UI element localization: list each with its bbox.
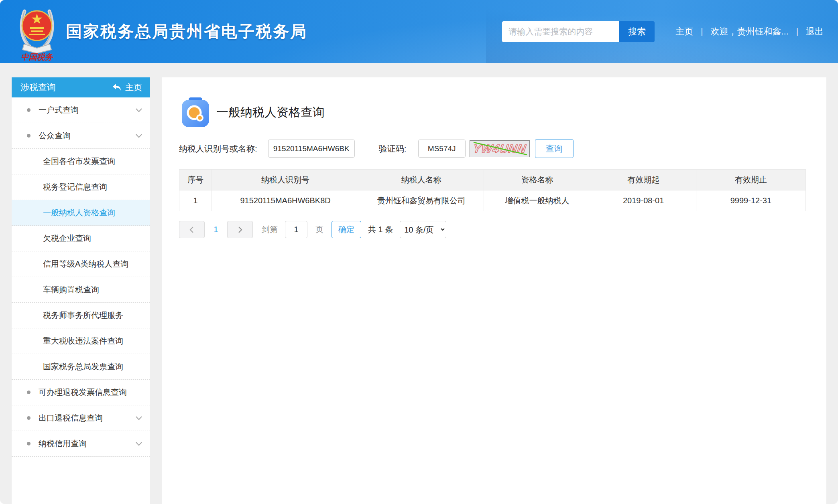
sidebar-item-label: 一般纳税人资格查询 [43, 207, 143, 218]
bullet-icon [27, 391, 31, 394]
main-panel: 一般纳税人资格查询 纳税人识别号或名称: 验证码: YW4UNN 查询 序号纳税… [162, 77, 826, 504]
table-header-row: 序号纳税人识别号纳税人名称资格名称有效期起有效期止 [179, 170, 806, 190]
table-header-cell: 有效期止 [696, 170, 805, 190]
sidebar-home-label: 主页 [125, 82, 142, 93]
results-table: 序号纳税人识别号纳税人名称资格名称有效期起有效期止 191520115MA6HW… [179, 169, 806, 211]
content-area: 涉税查询 主页 一户式查询公众查询全国各省市发票查询税务登记信息查询一般纳税人资… [0, 63, 838, 504]
sidebar-item-label: 欠税企业查询 [43, 233, 143, 244]
goto-page-suffix: 页 [315, 224, 323, 235]
table-cell: 2019-08-01 [591, 190, 696, 211]
header-nav: 主页 | 欢迎，贵州钰和鑫... | 退出 [675, 26, 824, 38]
sidebar-item-label: 出口退税信息查询 [39, 413, 135, 423]
chevron-right-icon [236, 225, 244, 234]
sidebar-item-label: 一户式查询 [39, 105, 135, 115]
sidebar-item-label: 信用等级A类纳税人查询 [43, 259, 143, 269]
sidebar-item[interactable]: 欠税企业查询 [12, 226, 150, 251]
query-app-icon [182, 97, 209, 127]
captcha-label: 验证码: [379, 143, 407, 154]
table-header-cell: 资格名称 [484, 170, 591, 190]
sidebar-item[interactable]: 车辆购置税查询 [12, 277, 150, 303]
back-arrow-icon [112, 83, 122, 92]
prev-page-button[interactable] [179, 221, 205, 238]
nav-separator: | [796, 27, 798, 36]
sidebar-item-label: 税务师事务所代理服务 [43, 310, 143, 321]
sidebar-item[interactable]: 出口退税信息查询 [12, 405, 150, 431]
welcome-text: 欢迎，贵州钰和鑫... [710, 26, 788, 38]
table-cell: 增值税一般纳税人 [484, 190, 591, 211]
sidebar: 涉税查询 主页 一户式查询公众查询全国各省市发票查询税务登记信息查询一般纳税人资… [12, 77, 150, 504]
sidebar-item[interactable]: 信用等级A类纳税人查询 [12, 251, 150, 277]
taxpayer-id-input[interactable] [268, 140, 355, 158]
current-page-number[interactable]: 1 [207, 225, 225, 234]
sidebar-item-label: 税务登记信息查询 [43, 182, 143, 192]
sidebar-item[interactable]: 重大税收违法案件查询 [12, 328, 150, 354]
taxpayer-id-label: 纳税人识别号或名称: [179, 143, 257, 154]
table-header-cell: 纳税人名称 [359, 170, 484, 190]
sidebar-item[interactable]: 公众查询 [12, 123, 150, 149]
sidebar-item[interactable]: 税务师事务所代理服务 [12, 303, 150, 328]
captcha-input[interactable] [418, 140, 466, 158]
next-page-button[interactable] [227, 221, 253, 238]
sidebar-menu: 一户式查询公众查询全国各省市发票查询税务登记信息查询一般纳税人资格查询欠税企业查… [12, 97, 150, 457]
sidebar-item[interactable]: 可办理退税发票信息查询 [12, 380, 150, 405]
table-cell: 91520115MA6HW6BK8D [212, 190, 359, 211]
nav-separator: | [701, 27, 703, 36]
table-cell: 贵州钰和鑫贸易有限公司 [359, 190, 484, 211]
sidebar-item[interactable]: 全国各省市发票查询 [12, 149, 150, 174]
sidebar-item-label: 车辆购置税查询 [43, 284, 143, 295]
site-title: 国家税务总局贵州省电子税务局 [66, 20, 307, 43]
sidebar-item-label: 纳税信用查询 [39, 438, 135, 449]
sidebar-header: 涉税查询 主页 [12, 77, 150, 97]
table-header-cell: 纳税人识别号 [212, 170, 359, 190]
bullet-icon [27, 108, 31, 112]
chevron-down-icon [135, 107, 143, 113]
pagination: 1 到第 页 确定 共 1 条 10 条/页 [179, 221, 806, 238]
table-row: 191520115MA6HW6BK8D贵州钰和鑫贸易有限公司增值税一般纳税人20… [179, 190, 806, 211]
nav-home-link[interactable]: 主页 [675, 26, 693, 38]
confirm-page-button[interactable]: 确定 [332, 221, 361, 238]
sidebar-item-label: 公众查询 [39, 130, 135, 141]
tax-bureau-logo-icon: 中国税务 [17, 4, 57, 61]
table-header-cell: 序号 [179, 170, 212, 190]
bullet-icon [27, 442, 31, 445]
captcha-image[interactable]: YW4UNN [470, 140, 530, 157]
header-search: 搜索 [502, 21, 655, 42]
sidebar-item[interactable]: 税务登记信息查询 [12, 174, 150, 200]
sidebar-item[interactable]: 一般纳税人资格查询 [12, 200, 150, 226]
query-button[interactable]: 查询 [535, 139, 574, 158]
table-cell: 9999-12-31 [696, 190, 805, 211]
table-body: 191520115MA6HW6BK8D贵州钰和鑫贸易有限公司增值税一般纳税人20… [179, 190, 806, 211]
total-count-text: 共 1 条 [368, 224, 393, 235]
logout-link[interactable]: 退出 [806, 26, 824, 38]
chevron-down-icon [135, 441, 143, 447]
search-button[interactable]: 搜索 [619, 21, 655, 42]
bullet-icon [27, 134, 31, 138]
sidebar-item[interactable]: 国家税务总局发票查询 [12, 354, 150, 380]
logo-caption: 中国税务 [21, 53, 54, 61]
table-header-cell: 有效期起 [591, 170, 696, 190]
sidebar-title: 涉税查询 [20, 81, 56, 93]
app-header: 中国税务 国家税务总局贵州省电子税务局 搜索 主页 | 欢迎，贵州钰和鑫... … [0, 0, 838, 63]
chevron-left-icon [188, 225, 195, 234]
sidebar-item[interactable]: 一户式查询 [12, 97, 150, 123]
bullet-icon [27, 416, 31, 420]
sidebar-item-label: 全国各省市发票查询 [43, 156, 143, 167]
sidebar-home-button[interactable]: 主页 [112, 82, 142, 93]
sidebar-item-label: 国家税务总局发票查询 [43, 361, 143, 372]
search-input[interactable] [502, 21, 619, 42]
page-title: 一般纳税人资格查询 [216, 104, 325, 121]
sidebar-item-label: 可办理退税发票信息查询 [39, 387, 143, 398]
goto-page-prefix: 到第 [262, 224, 278, 235]
table-cell: 1 [179, 190, 212, 211]
page-title-row: 一般纳税人资格查询 [182, 97, 806, 127]
sidebar-item-label: 重大税收违法案件查询 [43, 336, 143, 346]
goto-page-input[interactable] [285, 221, 307, 238]
sidebar-item[interactable]: 纳税信用查询 [12, 431, 150, 457]
chevron-down-icon [135, 415, 143, 421]
query-form: 纳税人识别号或名称: 验证码: YW4UNN 查询 [179, 139, 806, 158]
page-size-select[interactable]: 10 条/页 [400, 221, 446, 238]
chevron-down-icon [135, 133, 143, 139]
page: 中国税务 国家税务总局贵州省电子税务局 搜索 主页 | 欢迎，贵州钰和鑫... … [0, 0, 838, 504]
